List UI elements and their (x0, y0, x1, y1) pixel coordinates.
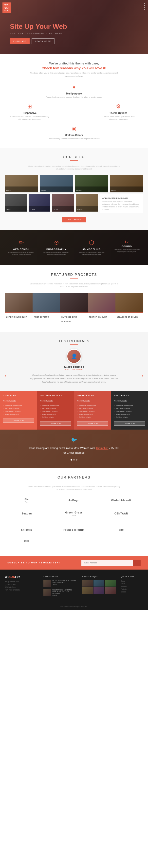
footer-copyright: © 2014 WeCanFly. All rights reserved. (5, 603, 143, 607)
plan-intermediate-btn[interactable]: ORDER NOW (40, 422, 71, 426)
footer-brand: WECANFLY info@wecanfly.com (123) 456-789… (5, 576, 39, 599)
service-web-design: ✏ WEB DESIGN Lorem ipsum dolor sit amet … (5, 237, 38, 258)
partner-8: PruneBarlettim (52, 526, 96, 534)
newsletter-section: SUBSCRIBE TO OUR NEWSLETTER! → (0, 556, 148, 569)
blog-desc: Ut wisi enim ad minim veniam, quis nostr… (27, 165, 121, 170)
flickr-thumb-3 (105, 580, 116, 587)
pricing-section: BASIC PLAN From $20/month Consetetur sad… (0, 391, 148, 430)
blog-thumb-6[interactable]: 17 JUN (29, 194, 50, 212)
plan-romance: ROMANCE PLAN From $55/month Consetetur s… (74, 391, 111, 430)
twitter-dot-2[interactable] (73, 459, 75, 461)
services-section: ✏ WEB DESIGN Lorem ipsum dolor sit amet … (0, 230, 148, 265)
colors-icon: ◉ (10, 125, 138, 132)
feature-item-options: ⚙ Theme Options Ut wisi ad minim veniam … (99, 103, 138, 121)
partners-desc: Ut wisi enim ad minim veniam, quis nostr… (27, 485, 121, 491)
project-item-1[interactable]: LOREM IPSUM DOLOR (5, 293, 32, 312)
footer-logo: WECANFLY (5, 576, 39, 579)
flickr-thumb-6 (105, 587, 116, 594)
blog-thumb-3[interactable]: 22 MAR (75, 175, 108, 192)
load-more-button[interactable]: LOAD MORE (62, 217, 86, 222)
hero-section: WE CAN FLY Site Up Your Web BEST FEATURE… (0, 0, 148, 54)
projects-title: FEATURED PROJECTS (5, 273, 143, 277)
hero-subtitle: BEST FEATURES COMING WITH THEME (10, 32, 67, 34)
blog-thumb-7[interactable]: 29 JUL (52, 194, 74, 212)
testimonials-section: TESTIMONIALS 👤 JAVIER PERELLE PHOTOGRAPH… (0, 332, 148, 391)
partner-6: CENTAAR (99, 509, 143, 518)
nav-dot (144, 7, 145, 8)
camera-icon: ⊙ (42, 239, 72, 246)
newsletter-submit-button[interactable]: → (133, 560, 141, 566)
testimonial-text: Consetetur sadipscing elitr, sed diam no… (30, 373, 118, 383)
testimonial-prev[interactable]: ‹ (5, 373, 6, 383)
plan-master-btn[interactable]: ORDER NOW (114, 422, 145, 426)
newsletter-email-input[interactable] (81, 560, 133, 566)
partner-9: abc (99, 526, 143, 534)
service-coding: { } CODING Lorem ipsum dolor sit amet co… (110, 237, 143, 258)
side-navigation (144, 3, 145, 10)
site-logo: WE CAN FLY (2, 2, 11, 13)
service-3d-modeling: ⬡ 3D MODELING Lorem ipsum dolor sit amet… (75, 237, 108, 258)
footer-grid: WECANFLY info@wecanfly.com (123) 456-789… (5, 576, 143, 599)
projects-section: FEATURED PROJECTS Solitam acus cum proba… (0, 265, 148, 332)
feature-item-responsive: ⊞ Responsive Lorem ipsum dolor sit amet,… (10, 103, 49, 121)
footer-latest-posts: Latest Posts UTUM VIS ANNUM AD NAVIM VAC… (43, 576, 77, 599)
nav-dot (144, 5, 145, 6)
plan-basic-btn[interactable]: ORDER NOW (3, 418, 34, 423)
plan-intermediate-price: From $35/month (40, 399, 71, 402)
blog-thumb-5[interactable]: 03 MAY (5, 194, 27, 212)
testimonials-title: TESTIMONIALS (5, 339, 143, 343)
testimonial-next[interactable]: › (142, 373, 143, 383)
project-item-3[interactable]: ELITE SED DIAM NONUMMY (60, 293, 88, 312)
footer-post-2: NOSTRUD ID LOREM ID LOBORTIS FEUGAIT NON… (43, 589, 77, 597)
blog-thumb-8[interactable]: 20 AUG (76, 194, 98, 212)
projects-labels: LOREM IPSUM DOLOR AMET COTETUR ELITE SED… (5, 312, 143, 324)
features-section: We've crafted this theme with care, Chec… (0, 54, 148, 148)
project-item-4[interactable]: TEMPOR INVIDUNT (88, 293, 116, 312)
twitter-dot-1[interactable] (71, 459, 72, 461)
partner-3: GlobalAdvsoft (99, 496, 143, 505)
feature-text: Please check our website for more detail… (10, 96, 138, 99)
footer-flickr: Flickr Widget (82, 576, 116, 599)
purchase-button[interactable]: PURCHASE (10, 38, 30, 44)
blog-thumb-4[interactable]: 15 APR (110, 175, 143, 192)
service-photography: ⊙ PHOTOGRAPHY Lorem ipsum dolor sit amet… (40, 237, 73, 258)
twitter-text: I was looking at Exciting new Envato Mos… (27, 446, 121, 455)
blog-featured: At vero eodem accusam Lorem ipsum dolor … (100, 194, 143, 213)
demo-button[interactable]: LEARN MORE (31, 38, 54, 44)
features-desc: The tools allow you to find a new featur… (25, 71, 123, 78)
project-item-5[interactable]: UTLABORE ET DOLOR (116, 293, 143, 312)
multipurpose-icon: ♦ (10, 84, 138, 90)
projects-grid: LOREM IPSUM DOLOR AMET COTETUR ELITE SED… (5, 293, 143, 312)
blog-section: OUR BLOG Ut wisi enim ad minim veniam, q… (0, 148, 148, 230)
plan-romance-btn[interactable]: ORDER NOW (77, 422, 108, 426)
testimonial-avatar: 👤 (67, 349, 81, 364)
cube-icon: ⬡ (76, 239, 107, 246)
partner-5: Green Grass Design (52, 509, 96, 518)
partner-4: Suadeu (5, 509, 49, 518)
twitter-link[interactable]: Thamelion (96, 446, 108, 450)
flickr-thumb-2 (94, 580, 104, 587)
responsive-icon: ⊞ (10, 103, 49, 110)
footer: WECANFLY info@wecanfly.com (123) 456-789… (0, 569, 148, 610)
partner-7: Skipolic (5, 526, 49, 534)
code-icon: { } (112, 239, 142, 243)
plan-basic: BASIC PLAN From $20/month Consetetur sad… (0, 391, 37, 430)
blog-thumb-2[interactable]: 08 FEB (40, 175, 73, 192)
footer-extra: Quick Links Home About Services Portfoli… (121, 576, 143, 599)
flickr-thumb-4 (82, 587, 93, 594)
hero-title: Site Up Your Web (10, 22, 67, 31)
flickr-thumb-1 (82, 580, 93, 587)
twitter-dot-3[interactable] (76, 459, 77, 461)
partner-2: AnDogo (52, 496, 96, 505)
footer-info: info@wecanfly.com (123) 456-7890 123 Mai… (5, 580, 39, 591)
twitter-section: 🐦 I was looking at Exciting new Envato M… (0, 430, 148, 468)
twitter-icon: 🐦 (10, 437, 138, 443)
flickr-thumb-5 (94, 587, 104, 594)
blog-thumb-1[interactable]: 12 JAN (5, 175, 38, 192)
partners-grid: Sic Aqua AnDogo GlobalAdvsoft Suadeu Gre… (5, 496, 143, 518)
project-item-2[interactable]: AMET COTETUR (32, 293, 60, 312)
partners-title: OUR PARTNERS (5, 475, 143, 479)
partner-1: Sic Aqua (5, 496, 49, 505)
nav-dot (144, 3, 145, 4)
projects-desc: Solitam acus cum probantium. Probantum e… (27, 282, 121, 288)
